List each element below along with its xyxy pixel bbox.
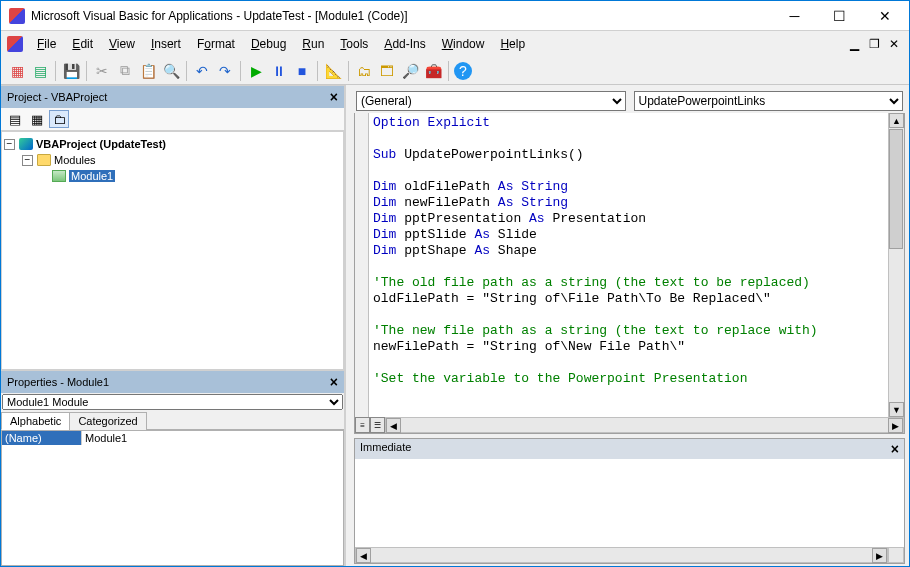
project-tree[interactable]: −VBAProject (UpdateTest) −Modules Module… <box>1 131 344 370</box>
reset-icon[interactable]: ■ <box>292 61 312 81</box>
properties-pane-close-icon[interactable]: × <box>330 374 338 390</box>
help-icon[interactable]: ? <box>454 62 472 80</box>
toolbox-icon[interactable]: 🧰 <box>423 61 443 81</box>
project-toolbar: ▤ ▦ 🗀 <box>1 108 344 131</box>
immediate-editor[interactable] <box>355 459 904 547</box>
scroll-down-icon[interactable]: ▼ <box>889 402 904 417</box>
vba-icon <box>7 36 23 52</box>
folder-icon <box>37 154 51 166</box>
immediate-window: Immediate × ◀ ▶ <box>354 438 905 564</box>
menu-view[interactable]: View <box>101 34 143 54</box>
scroll-thumb[interactable] <box>889 129 903 249</box>
copy-icon[interactable]: ⧉ <box>115 61 135 81</box>
scroll-right-icon[interactable]: ▶ <box>872 548 887 563</box>
tab-alphabetic[interactable]: Alphabetic <box>1 412 70 430</box>
scroll-right-icon[interactable]: ▶ <box>888 418 903 433</box>
project-pane-close-icon[interactable]: × <box>330 89 338 105</box>
menu-help[interactable]: Help <box>492 34 533 54</box>
object-browser-icon[interactable]: 🔎 <box>400 61 420 81</box>
modules-folder[interactable]: Modules <box>54 154 96 166</box>
titlebar: Microsoft Visual Basic for Applications … <box>1 1 909 31</box>
project-explorer-icon[interactable]: 🗂 <box>354 61 374 81</box>
menu-window[interactable]: Window <box>434 34 493 54</box>
separator <box>186 61 187 81</box>
prop-name-value[interactable]: Module1 <box>82 431 343 445</box>
menu-format[interactable]: Format <box>189 34 243 54</box>
menubar: File Edit View Insert Format Debug Run T… <box>1 31 909 57</box>
expand-icon[interactable]: − <box>22 155 33 166</box>
procedure-view-icon[interactable]: ≡ <box>355 417 370 433</box>
module-icon <box>52 170 66 182</box>
menu-addins[interactable]: Add-Ins <box>376 34 433 54</box>
code-editor[interactable]: Option Explicit Sub UpdatePowerpointLink… <box>369 113 888 417</box>
separator <box>448 61 449 81</box>
paste-icon[interactable]: 📋 <box>138 61 158 81</box>
separator <box>86 61 87 81</box>
properties-pane-label: Properties - Module1 <box>7 376 109 388</box>
separator <box>55 61 56 81</box>
object-dropdown[interactable]: (General) <box>356 91 626 111</box>
menu-edit[interactable]: Edit <box>64 34 101 54</box>
horizontal-scrollbar[interactable]: ◀ ▶ <box>385 417 904 433</box>
view-ppt-icon[interactable]: ▦ <box>7 61 27 81</box>
cut-icon[interactable]: ✂ <box>92 61 112 81</box>
procedure-dropdown[interactable]: UpdatePowerpointLinks <box>634 91 904 111</box>
maximize-button[interactable]: ☐ <box>817 2 862 30</box>
immediate-title: Immediate <box>360 441 411 457</box>
menu-insert[interactable]: Insert <box>143 34 189 54</box>
margin-indicator-bar <box>355 113 369 417</box>
scroll-up-icon[interactable]: ▲ <box>889 113 904 128</box>
vertical-scrollbar[interactable]: ▲ ▼ <box>888 113 904 417</box>
toolbar: ▦ ▤ 💾 ✂ ⧉ 📋 🔍 ↶ ↷ ▶ ⏸ ■ 📐 🗂 🗔 🔎 🧰 ? <box>1 57 909 85</box>
break-icon[interactable]: ⏸ <box>269 61 289 81</box>
properties-pane-title: Properties - Module1 × <box>1 370 344 393</box>
mdi-restore-button[interactable]: ❐ <box>865 36 883 52</box>
mdi-minimize-button[interactable]: ▁ <box>845 36 863 52</box>
scroll-left-icon[interactable]: ◀ <box>386 418 401 433</box>
minimize-button[interactable]: ─ <box>772 2 817 30</box>
separator <box>317 61 318 81</box>
undo-icon[interactable]: ↶ <box>192 61 212 81</box>
toggle-folders-icon[interactable]: 🗀 <box>49 110 69 128</box>
redo-icon[interactable]: ↷ <box>215 61 235 81</box>
separator <box>240 61 241 81</box>
project-root[interactable]: VBAProject (UpdateTest) <box>36 138 166 150</box>
full-module-view-icon[interactable]: ☰ <box>370 417 385 433</box>
design-mode-icon[interactable]: 📐 <box>323 61 343 81</box>
close-button[interactable]: ✕ <box>862 2 907 30</box>
view-object-icon[interactable]: ▦ <box>27 110 47 128</box>
insert-module-icon[interactable]: ▤ <box>30 61 50 81</box>
menu-file[interactable]: File <box>29 34 64 54</box>
separator <box>348 61 349 81</box>
properties-window-icon[interactable]: 🗔 <box>377 61 397 81</box>
properties-grid[interactable]: (Name) Module1 <box>1 430 344 566</box>
save-icon[interactable]: 💾 <box>61 61 81 81</box>
project-icon <box>19 138 33 150</box>
module-node[interactable]: Module1 <box>69 170 115 182</box>
project-pane-title: Project - VBAProject × <box>1 85 344 108</box>
immediate-close-icon[interactable]: × <box>891 441 899 457</box>
menu-debug[interactable]: Debug <box>243 34 294 54</box>
properties-object-select[interactable]: Module1 Module <box>2 394 343 410</box>
prop-name-label: (Name) <box>2 431 82 445</box>
window-title: Microsoft Visual Basic for Applications … <box>31 9 772 23</box>
menu-run[interactable]: Run <box>294 34 332 54</box>
project-pane-label: Project - VBAProject <box>7 91 107 103</box>
mdi-close-button[interactable]: ✕ <box>885 36 903 52</box>
expand-icon[interactable]: − <box>4 139 15 150</box>
tab-categorized[interactable]: Categorized <box>69 412 146 430</box>
app-icon <box>9 8 25 24</box>
window-buttons: ─ ☐ ✕ <box>772 2 907 30</box>
scroll-left-icon[interactable]: ◀ <box>356 548 371 563</box>
scroll-corner <box>888 547 904 563</box>
find-icon[interactable]: 🔍 <box>161 61 181 81</box>
menu-tools[interactable]: Tools <box>332 34 376 54</box>
view-code-icon[interactable]: ▤ <box>5 110 25 128</box>
run-icon[interactable]: ▶ <box>246 61 266 81</box>
immediate-horizontal-scrollbar[interactable]: ◀ ▶ <box>355 547 888 563</box>
